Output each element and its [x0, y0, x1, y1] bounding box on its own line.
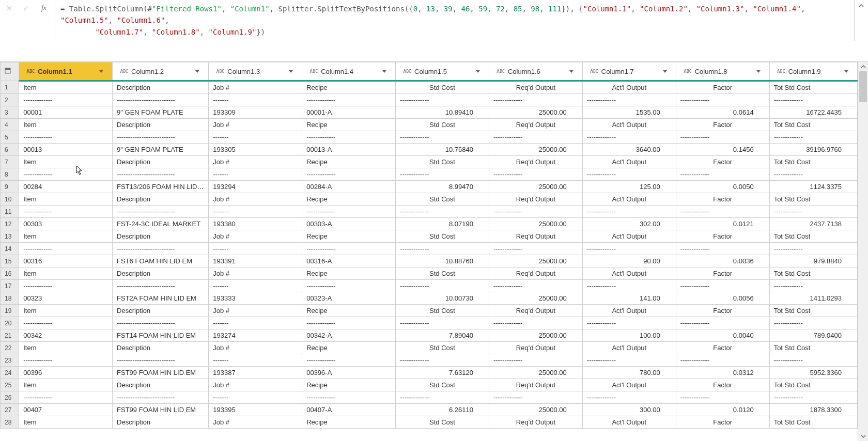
data-cell[interactable]: 1411.0293 — [769, 292, 857, 305]
data-cell[interactable]: -------------------------- — [113, 243, 209, 255]
row-number[interactable]: 26 — [1, 391, 19, 404]
data-cell[interactable]: ------------- — [489, 131, 582, 144]
data-cell[interactable]: 00396 — [19, 367, 113, 379]
data-cell[interactable]: FST2A FOAM HIN LID EM — [113, 292, 209, 305]
data-cell[interactable]: -------------------------- — [113, 317, 209, 329]
data-cell[interactable]: Job # — [209, 81, 302, 94]
column-filter-button[interactable] — [380, 67, 389, 76]
data-cell[interactable]: 25000.00 — [489, 367, 582, 379]
data-cell[interactable]: ------------- — [302, 206, 396, 218]
table-row[interactable]: 3000019" GEN FOAM PLATE19330900001-A10.8… — [1, 106, 858, 119]
table-row[interactable]: 5---------------------------------------… — [1, 131, 858, 144]
data-cell[interactable]: ------------- — [19, 168, 113, 181]
data-cell[interactable]: ------------- — [676, 391, 769, 404]
table-row[interactable]: 2100342FST14 FOAM HIN LID EM19327400342-… — [1, 329, 858, 342]
data-cell[interactable]: Act'l Output — [582, 267, 676, 280]
row-number[interactable]: 3 — [1, 106, 19, 119]
data-cell[interactable]: -------------------------- — [113, 280, 209, 292]
data-cell[interactable]: 00001 — [19, 106, 113, 119]
data-cell[interactable]: 00013-A — [302, 144, 396, 156]
table-row[interactable]: 26--------------------------------------… — [1, 391, 858, 404]
data-cell[interactable]: Recipe — [302, 379, 396, 391]
formula-input[interactable]: = Table.SplitColumn(#"Filtered Rows1", "… — [55, 0, 855, 41]
column-header-8[interactable]: ABCColumn1.8 — [676, 62, 769, 81]
data-cell[interactable]: Recipe — [302, 305, 396, 317]
data-cell[interactable]: Factor — [676, 342, 769, 354]
row-number[interactable]: 24 — [1, 367, 19, 379]
data-cell[interactable]: Std Cost — [396, 156, 489, 168]
type-text-icon[interactable]: ABC — [683, 67, 693, 76]
data-cell[interactable]: ------------- — [302, 391, 396, 404]
data-cell[interactable]: Act'l Output — [582, 379, 676, 391]
table-row[interactable]: 900284FST13/206 FOAM HIN LID EM193294002… — [1, 181, 858, 193]
data-cell[interactable]: Description — [113, 305, 209, 317]
grid-scroll-wrap[interactable]: ABCColumn1.1ABCColumn1.2ABCColumn1.3ABCC… — [0, 62, 858, 441]
table-row[interactable]: 11--------------------------------------… — [1, 206, 858, 218]
column-header-1[interactable]: ABCColumn1.1 — [19, 62, 113, 81]
data-cell[interactable]: ------------- — [302, 168, 396, 181]
data-cell[interactable]: Factor — [676, 379, 769, 391]
data-cell[interactable]: 00284 — [19, 181, 113, 193]
data-cell[interactable]: 00013 — [19, 144, 113, 156]
data-cell[interactable]: ------------- — [676, 317, 769, 329]
column-header-2[interactable]: ABCColumn1.2 — [113, 62, 209, 81]
data-cell[interactable]: ------------- — [396, 131, 489, 144]
data-cell[interactable]: ------- — [209, 280, 302, 292]
data-cell[interactable]: ------------- — [676, 243, 769, 255]
data-cell[interactable]: ------------- — [19, 280, 113, 292]
data-cell[interactable]: -------------------------- — [113, 354, 209, 367]
data-cell[interactable]: ------------- — [582, 317, 676, 329]
data-cell[interactable]: Act'l Output — [582, 305, 676, 317]
data-cell[interactable]: ------------- — [19, 206, 113, 218]
data-cell[interactable]: ------------- — [769, 354, 857, 367]
data-cell[interactable]: Item — [19, 305, 113, 317]
column-header-4[interactable]: ABCColumn1.4 — [302, 62, 396, 81]
row-number[interactable]: 21 — [1, 329, 19, 342]
data-cell[interactable]: ------------- — [19, 243, 113, 255]
table-row[interactable]: 14--------------------------------------… — [1, 243, 858, 255]
data-cell[interactable]: -------------------------- — [113, 131, 209, 144]
data-cell[interactable]: 10.76840 — [396, 144, 489, 156]
table-row[interactable]: 23--------------------------------------… — [1, 354, 858, 367]
data-cell[interactable]: 00407-A — [302, 404, 396, 416]
row-number[interactable]: 11 — [1, 206, 19, 218]
data-cell[interactable]: 125.00 — [582, 181, 676, 193]
data-cell[interactable]: ------------- — [302, 354, 396, 367]
data-cell[interactable]: 2437.7138 — [769, 218, 857, 230]
data-cell[interactable]: Recipe — [302, 156, 396, 168]
data-cell[interactable]: -------------------------- — [113, 391, 209, 404]
data-cell[interactable]: ------------- — [19, 391, 113, 404]
data-cell[interactable]: 25000.00 — [489, 255, 582, 267]
data-cell[interactable]: Factor — [676, 416, 769, 429]
data-cell[interactable]: ------------- — [302, 243, 396, 255]
table-row[interactable]: 1500316FST6 FOAM HIN LID EM19339100316-A… — [1, 255, 858, 267]
data-cell[interactable]: 6.26110 — [396, 404, 489, 416]
table-row[interactable]: 1800323FST2A FOAM HIN LID EM19333300323-… — [1, 292, 858, 305]
row-number[interactable]: 17 — [1, 280, 19, 292]
data-cell[interactable]: 3640.00 — [582, 144, 676, 156]
data-cell[interactable]: ------- — [209, 243, 302, 255]
table-row[interactable]: 2---------------------------------------… — [1, 94, 858, 106]
row-number[interactable]: 4 — [1, 119, 19, 131]
data-cell[interactable]: Req'd Output — [489, 81, 582, 94]
data-cell[interactable]: 25000.00 — [489, 144, 582, 156]
row-number[interactable]: 10 — [1, 193, 19, 206]
data-cell[interactable]: ------------- — [582, 243, 676, 255]
data-cell[interactable]: Act'l Output — [582, 119, 676, 131]
data-cell[interactable]: ------------- — [769, 131, 857, 144]
data-cell[interactable]: Job # — [209, 305, 302, 317]
data-cell[interactable]: ------------- — [582, 168, 676, 181]
data-cell[interactable]: ------------- — [489, 391, 582, 404]
data-cell[interactable]: ------------- — [769, 317, 857, 329]
data-cell[interactable]: Tot Std Cost — [769, 81, 857, 94]
data-cell[interactable]: Tot Std Cost — [769, 267, 857, 280]
data-cell[interactable]: 00323-A — [302, 292, 396, 305]
scroll-track[interactable] — [858, 71, 868, 432]
row-number[interactable]: 19 — [1, 305, 19, 317]
data-cell[interactable]: Req'd Output — [489, 267, 582, 280]
data-cell[interactable]: 193309 — [209, 106, 302, 119]
data-cell[interactable]: Req'd Output — [489, 119, 582, 131]
data-cell[interactable]: 00303 — [19, 218, 113, 230]
data-cell[interactable]: 8.99470 — [396, 181, 489, 193]
data-cell[interactable]: 0.0121 — [676, 218, 769, 230]
